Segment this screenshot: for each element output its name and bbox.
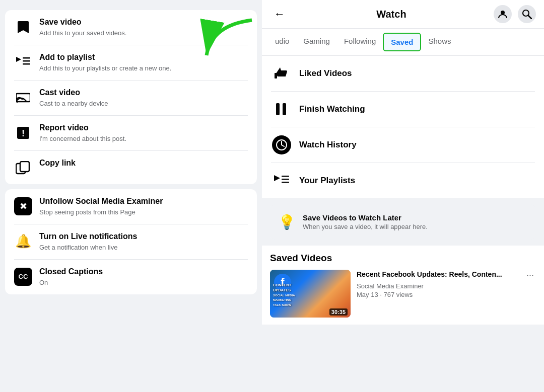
- left-panel: Save video Add this to your saved videos…: [0, 0, 262, 392]
- svg-point-11: [501, 11, 505, 15]
- search-button[interactable]: [518, 5, 536, 23]
- video-duration: 30:35: [329, 308, 348, 316]
- svg-rect-22: [282, 179, 289, 180]
- tabs-bar: udio Gaming Following Saved Shows: [262, 29, 544, 56]
- save-later-text: Save Videos to Watch Later When you save…: [303, 213, 428, 230]
- copy-link-text: Copy link: [39, 158, 76, 169]
- cast-video-subtitle: Cast to a nearby device: [39, 99, 108, 108]
- playlist-icon: [14, 53, 32, 71]
- report-video-subtitle: I'm concerned about this post.: [39, 134, 126, 143]
- svg-rect-21: [282, 176, 289, 177]
- tab-shows[interactable]: Shows: [421, 33, 458, 51]
- copy-link-item[interactable]: Copy link: [5, 151, 257, 184]
- your-playlists-item[interactable]: Your Playlists: [262, 163, 544, 198]
- save-later-card: 💡 Save Videos to Watch Later When you sa…: [270, 204, 536, 240]
- cc-icon: CC: [14, 268, 32, 286]
- cast-icon: [14, 89, 32, 107]
- unfollow-icon: ✖: [14, 197, 32, 215]
- video-title: Recent Facebook Updates: Reels, Conten..…: [357, 270, 521, 279]
- cast-video-title: Cast video: [39, 88, 108, 98]
- svg-marker-1: [16, 57, 21, 62]
- tab-audio[interactable]: udio: [268, 33, 296, 51]
- unfollow-title: Unfollow Social Media Examiner: [39, 196, 163, 207]
- add-to-playlist-text: Add to playlist Add this to your playlis…: [39, 52, 171, 73]
- tab-saved[interactable]: Saved: [383, 33, 421, 51]
- liked-videos-icon: [272, 64, 291, 83]
- video-card[interactable]: f CONTENTUPDATESSOCIAL MEDIAMARKETINGTAL…: [270, 270, 536, 325]
- profile-button[interactable]: [494, 5, 512, 23]
- finish-watching-icon: [272, 100, 291, 119]
- svg-rect-16: [283, 103, 286, 115]
- svg-text:!: !: [22, 128, 25, 138]
- video-more-button[interactable]: ···: [524, 270, 536, 280]
- finish-watching-item[interactable]: Finish Watching: [262, 92, 544, 127]
- live-notifications-item[interactable]: 🔔 Turn on Live notifications Get a notif…: [5, 224, 257, 259]
- svg-marker-20: [274, 175, 280, 181]
- save-video-subtitle: Add this to your saved videos.: [39, 29, 126, 38]
- closed-captions-subtitle: On: [39, 278, 103, 287]
- liked-videos-item[interactable]: Liked Videos: [262, 56, 544, 91]
- saved-videos-section: Saved Videos f CONTENTUPDATESSOCIAL MEDI…: [262, 246, 544, 325]
- live-notifications-subtitle: Get a notification when live: [39, 243, 137, 252]
- saved-menu-section: Liked Videos Finish Watching: [262, 56, 544, 198]
- save-later-subtitle: When you save a video, it will appear he…: [303, 223, 428, 230]
- save-video-text: Save video Add this to your saved videos…: [39, 17, 126, 38]
- thumb-text: CONTENTUPDATESSOCIAL MEDIAMARKETINGTALK …: [273, 283, 295, 307]
- bell-icon: 🔔: [14, 232, 32, 251]
- save-video-item[interactable]: Save video Add this to your saved videos…: [5, 10, 257, 45]
- svg-rect-15: [276, 103, 280, 115]
- right-panel: ← Watch udio Gaming Following Saved Show…: [262, 0, 544, 392]
- svg-rect-23: [282, 182, 289, 183]
- finish-watching-label: Finish Watching: [299, 104, 365, 114]
- report-video-title: Report video: [39, 123, 126, 133]
- svg-rect-2: [23, 57, 30, 59]
- add-to-playlist-item[interactable]: Add to playlist Add this to your playlis…: [5, 45, 257, 80]
- unfollow-item[interactable]: ✖ Unfollow Social Media Examiner Stop se…: [5, 189, 257, 224]
- lightbulb-icon: 💡: [278, 214, 296, 230]
- search-icon: [522, 9, 532, 19]
- tab-gaming[interactable]: Gaming: [296, 33, 337, 51]
- save-video-title: Save video: [39, 17, 126, 28]
- unfollow-text: Unfollow Social Media Examiner Stop seei…: [39, 196, 163, 217]
- cast-video-item[interactable]: Cast video Cast to a nearby device: [5, 81, 257, 115]
- tab-following[interactable]: Following: [337, 33, 383, 51]
- unfollow-subtitle: Stop seeing posts from this Page: [39, 208, 163, 217]
- report-video-text: Report video I'm concerned about this po…: [39, 123, 126, 143]
- svg-rect-10: [20, 162, 29, 172]
- page-title: Watch: [295, 9, 488, 20]
- right-content: Liked Videos Finish Watching: [262, 56, 544, 392]
- add-to-playlist-title: Add to playlist: [39, 52, 171, 63]
- watch-history-label: Watch History: [299, 140, 357, 150]
- watch-history-item[interactable]: Watch History: [262, 127, 544, 163]
- live-notifications-text: Turn on Live notifications Get a notific…: [39, 231, 137, 252]
- add-to-playlist-subtitle: Add this to your playlists or create a n…: [39, 64, 171, 73]
- closed-captions-item[interactable]: CC Closed Captions On: [5, 260, 257, 294]
- saved-videos-title: Saved Videos: [270, 253, 536, 264]
- svg-line-19: [282, 145, 284, 146]
- right-header: ← Watch: [262, 0, 544, 29]
- closed-captions-text: Closed Captions On: [39, 267, 103, 287]
- svg-rect-4: [23, 63, 30, 65]
- video-title-row: Recent Facebook Updates: Reels, Conten..…: [357, 270, 536, 280]
- profile-icon: [498, 9, 508, 19]
- back-button[interactable]: ←: [270, 6, 289, 23]
- copy-link-title: Copy link: [39, 158, 76, 169]
- video-channel: Social Media Examiner: [357, 282, 536, 290]
- your-playlists-icon: [272, 171, 291, 190]
- menu-card-2: ✖ Unfollow Social Media Examiner Stop se…: [5, 189, 257, 294]
- live-notifications-title: Turn on Live notifications: [39, 231, 137, 242]
- video-info: Recent Facebook Updates: Reels, Conten..…: [357, 270, 536, 298]
- video-thumbnail: f CONTENTUPDATESSOCIAL MEDIAMARKETINGTAL…: [270, 270, 351, 318]
- cast-video-text: Cast video Cast to a nearby device: [39, 88, 108, 108]
- watch-history-icon: [272, 135, 291, 154]
- report-video-item[interactable]: ! Report video I'm concerned about this …: [5, 116, 257, 150]
- svg-point-6: [16, 101, 18, 103]
- video-meta: May 13 · 767 views: [357, 291, 536, 298]
- save-video-icon: [14, 18, 32, 36]
- header-icons: [494, 5, 536, 23]
- svg-line-13: [528, 16, 531, 19]
- report-icon: !: [14, 124, 32, 142]
- svg-rect-14: [275, 73, 277, 79]
- your-playlists-label: Your Playlists: [299, 176, 355, 186]
- liked-videos-label: Liked Videos: [299, 68, 352, 79]
